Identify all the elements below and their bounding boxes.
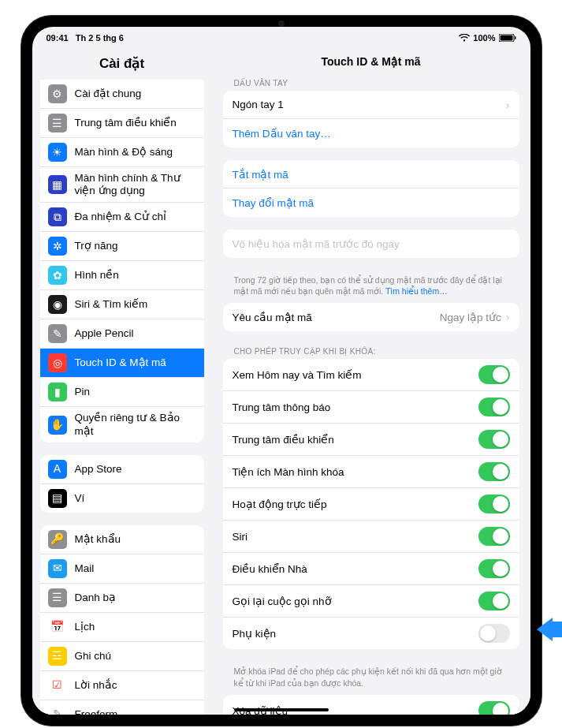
sidebar-item[interactable]: ☲Ghi chú (40, 642, 204, 671)
toggle-row: Trung tâm thông báo (223, 391, 519, 424)
require-value: Ngay lập tức (440, 311, 501, 323)
toggle-row: Trung tâm điều khiển (223, 424, 519, 456)
chevron-icon: › (506, 311, 510, 323)
sidebar-item-label: Hình nền (75, 269, 196, 282)
sidebar-item[interactable]: ☰Trung tâm điều khiển (40, 109, 204, 138)
toggle-switch[interactable] (478, 624, 510, 643)
sidebar-item-icon: ▤ (48, 489, 67, 508)
sidebar-item-label: Cài đặt chung (75, 88, 196, 100)
status-bar: 09:41 Th 2 5 thg 6 100% (32, 27, 530, 49)
sidebar-item-label: Trợ năng (75, 240, 196, 252)
sidebar-item-icon: ▦ (48, 175, 67, 194)
toggle-label: Phụ kiện (233, 627, 478, 640)
content-title: Touch ID & Mật mã (212, 49, 530, 76)
sidebar-item-label: Ghi chú (75, 650, 196, 663)
sidebar-item[interactable]: ✉Mail (40, 554, 204, 584)
sidebar-item-label: Mật khẩu (75, 533, 196, 546)
change-passcode-row[interactable]: Thay đổi mật mã (223, 189, 519, 217)
sidebar-item-icon: ✿ (48, 266, 67, 285)
sidebar-item-icon: ⚙ (48, 84, 67, 103)
ipad-frame: 09:41 Th 2 5 thg 6 100% Cài đặt ⚙Cài đặt… (21, 16, 542, 726)
toggle-switch[interactable] (478, 430, 510, 449)
sidebar-item-label: Quyền riêng tư & Bảo mật (75, 412, 196, 437)
wifi-icon (459, 34, 470, 42)
sidebar-item[interactable]: ✿Hình nền (40, 261, 204, 290)
sidebar-item[interactable]: ✎Apple Pencil (40, 319, 204, 349)
sidebar-item[interactable]: ⧉Đa nhiệm & Cử chỉ (40, 203, 204, 232)
toggle-switch[interactable] (478, 559, 510, 578)
sidebar-item-icon: A (48, 460, 67, 479)
sidebar-item-label: App Store (75, 463, 196, 476)
sidebar-item[interactable]: ☀Màn hình & Độ sáng (40, 138, 204, 167)
battery-percent: 100% (473, 33, 495, 43)
sidebar-scroll[interactable]: ⚙Cài đặt chung☰Trung tâm điều khiển☀Màn … (32, 80, 212, 715)
sidebar-item-label: Mail (75, 562, 196, 575)
sidebar-item-icon: ◉ (48, 295, 67, 314)
sidebar-item-icon: ☑ (48, 676, 67, 695)
toggle-switch[interactable] (478, 527, 510, 546)
sidebar-item[interactable]: ✎Freeform (40, 700, 204, 715)
sidebar-item-label: Màn hình chính & Thư viện ứng dụng (75, 172, 196, 197)
section-header-fingerprint: DẤU VÂN TAY (223, 76, 519, 91)
sidebar-item[interactable]: ▦Màn hình chính & Thư viện ứng dụng (40, 167, 204, 203)
toggle-switch[interactable] (478, 592, 510, 610)
sidebar-item[interactable]: ▤Ví (40, 484, 204, 513)
toggle-switch[interactable] (478, 398, 510, 416)
sidebar-item[interactable]: ◎Touch ID & Mật mã (40, 349, 204, 378)
sidebar-item[interactable]: ▮Pin (40, 378, 204, 407)
screen: 09:41 Th 2 5 thg 6 100% Cài đặt ⚙Cài đặt… (32, 27, 530, 715)
sidebar-item[interactable]: ☰Danh bạ (40, 584, 204, 613)
toggle-switch[interactable] (478, 365, 510, 384)
section-header-allow: CHO PHÉP TRUY CẬP KHI BỊ KHÓA: (223, 344, 519, 359)
sidebar-item[interactable]: ✲Trợ năng (40, 232, 204, 261)
toggle-row: Điều khiển Nhà (223, 553, 519, 585)
toggle-switch[interactable] (478, 495, 510, 513)
sidebar-item-icon: ☰ (48, 588, 67, 607)
toggle-row: Gọi lại cuộc gọi nhỡ (223, 585, 519, 618)
sidebar-item-icon: 📅 (48, 618, 67, 637)
sidebar-item[interactable]: AApp Store (40, 455, 204, 484)
sidebar-item-icon: ⧉ (48, 207, 67, 226)
finger-1-row[interactable]: Ngón tay 1 › (223, 91, 519, 119)
status-date: Th 2 5 thg 6 (76, 33, 124, 43)
sidebar-item-label: Danh bạ (75, 592, 196, 604)
erase-data-row: Xóa dữ liệu (223, 695, 519, 715)
sidebar-item-icon: ✲ (48, 237, 67, 256)
svg-rect-1 (500, 35, 512, 41)
sidebar-item-label: Trung tâm điều khiển (75, 117, 196, 129)
toggle-row: Hoạt động trực tiếp (223, 488, 519, 521)
sidebar-item-label: Ví (75, 492, 196, 505)
require-passcode-row[interactable]: Yêu cầu mật mã Ngay lập tức › (223, 303, 519, 331)
toggle-label: Tiện ích Màn hình khóa (233, 465, 478, 478)
chevron-icon: › (506, 99, 510, 111)
home-indicator[interactable] (234, 708, 329, 711)
sidebar-item[interactable]: 🔑Mật khẩu (40, 525, 204, 554)
turn-off-passcode-row[interactable]: Tắt mật mã (223, 160, 519, 189)
toggle-label: Trung tâm thông báo (233, 401, 478, 413)
sidebar-item[interactable]: ⚙Cài đặt chung (40, 80, 204, 109)
expire-previous-row[interactable]: Vô hiệu hóa mật mã trước đó ngay (223, 230, 519, 258)
toggle-switch[interactable] (478, 462, 510, 481)
sidebar-item[interactable]: ◉Siri & Tìm kiếm (40, 290, 204, 319)
sidebar-item-icon: ✉ (48, 559, 67, 578)
learn-more-link[interactable]: Tìm hiểu thêm… (385, 286, 448, 296)
erase-data-switch[interactable] (478, 701, 510, 715)
expire-footer: Trong 72 giờ tiếp theo, bạn có thể sử dụ… (223, 271, 519, 303)
content-scroll[interactable]: DẤU VÂN TAY Ngón tay 1 › Thêm Dấu vân ta… (212, 76, 530, 715)
callout-arrow-icon (534, 618, 563, 641)
status-time: 09:41 (47, 33, 69, 43)
sidebar-item[interactable]: ☑Lời nhắc (40, 671, 204, 700)
finger-1-label: Ngón tay 1 (233, 99, 506, 110)
sidebar-item-label: Apple Pencil (75, 327, 196, 340)
sidebar-item[interactable]: 📅Lịch (40, 613, 204, 642)
sidebar-item-icon: 🔑 (48, 530, 67, 549)
sidebar-item-icon: ✎ (48, 324, 67, 343)
add-fingerprint-row[interactable]: Thêm Dấu vân tay… (223, 119, 519, 147)
toggle-label: Hoạt động trực tiếp (233, 498, 478, 510)
camera-icon (278, 21, 285, 27)
toggle-label: Xem Hôm nay và Tìm kiếm (233, 368, 478, 381)
sidebar-item-label: Touch ID & Mật mã (75, 357, 196, 369)
toggle-row: Tiện ích Màn hình khóa (223, 456, 519, 488)
sidebar-item[interactable]: ✋Quyền riêng tư & Bảo mật (40, 407, 204, 442)
toggle-label: Điều khiển Nhà (233, 562, 478, 575)
